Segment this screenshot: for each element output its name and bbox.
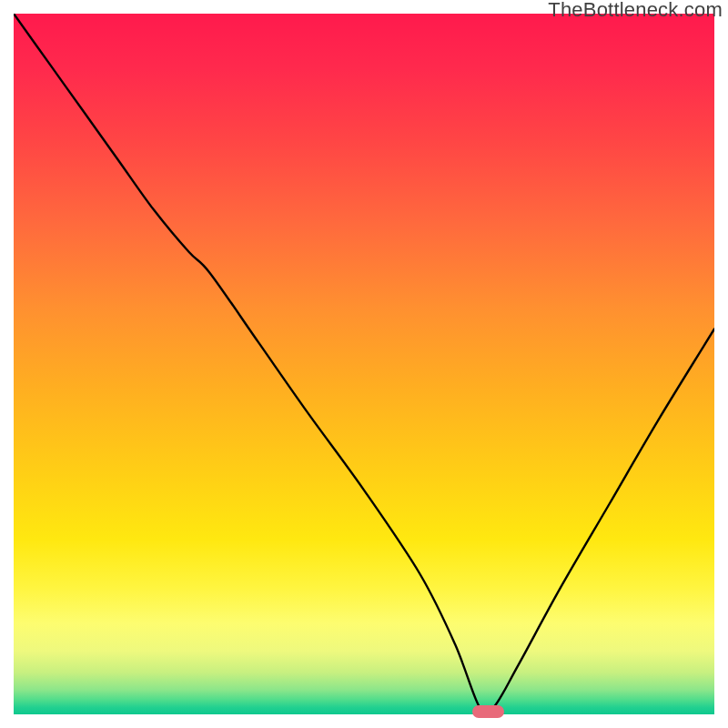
optimal-marker [472, 705, 504, 718]
watermark-text: TheBottleneck.com [548, 0, 723, 22]
curve-path [14, 14, 714, 714]
bottleneck-chart: TheBottleneck.com [0, 0, 728, 728]
bottleneck-curve [14, 14, 714, 714]
